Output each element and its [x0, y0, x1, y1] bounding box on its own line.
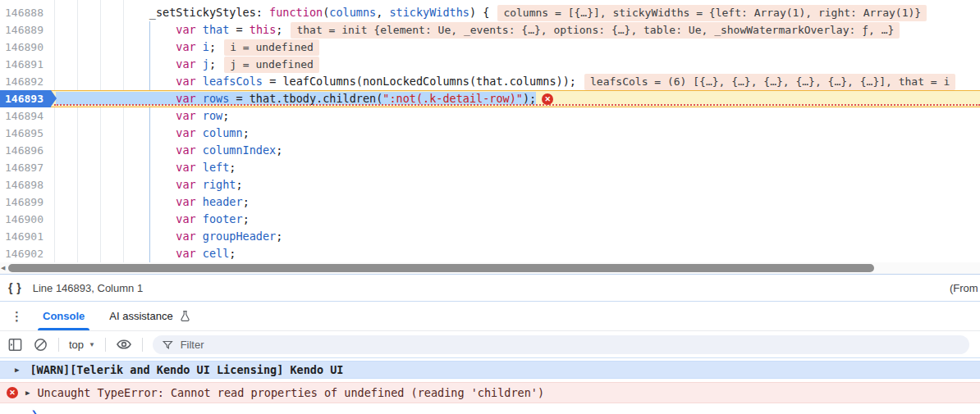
console-messages: ▶ [WARN][Telerik and Kendo UI Licensing]…: [0, 358, 980, 414]
expand-triangle-icon[interactable]: ▶: [25, 389, 30, 397]
source-editor[interactable]: 146887146888 _setStickyStyles: function(…: [0, 0, 980, 262]
code-line: 146894 var row;: [0, 107, 980, 125]
clear-console-icon: [33, 337, 48, 353]
horizontal-scrollbar[interactable]: ◀: [0, 262, 980, 274]
code-line: 146896 var columnIndex;: [0, 142, 980, 159]
console-prompt[interactable]: ❯: [31, 407, 980, 414]
tab-ai-label: AI assistance: [109, 310, 172, 322]
console-toolbar: top ▼: [0, 331, 980, 358]
code-line: 146898 var right;: [0, 176, 980, 193]
code-line: 146901 var groupHeader;: [0, 228, 980, 245]
line-number[interactable]: 146899: [0, 193, 51, 211]
code-line-content[interactable]: var i;i = undefined: [51, 39, 980, 56]
code-line: 146892 var leafsCols = leafColumns(nonLo…: [0, 73, 980, 90]
clear-console-button[interactable]: [33, 337, 48, 353]
error-icon: ✕: [7, 387, 18, 398]
cursor-position: Line 146893, Column 1: [33, 282, 143, 294]
code-line: 146888 _setStickyStyles: function(column…: [0, 4, 980, 21]
console-message-warning[interactable]: ▶ [WARN][Telerik and Kendo UI Licensing]…: [0, 361, 980, 379]
line-number[interactable]: 146895: [0, 125, 51, 142]
execution-line-badge[interactable]: 146893: [0, 90, 51, 107]
inline-value-annotation: leafsCols = (6) [{…}, {…}, {…}, {…}, {…}…: [584, 74, 955, 90]
devtools-sources-panel: 146887146888 _setStickyStyles: function(…: [0, 0, 980, 414]
code-line: 146893 var rows = that.tbody.children(":…: [0, 90, 980, 107]
code-line: 146902 var cell;: [0, 245, 980, 262]
editor-status-bar: { } Line 146893, Column 1 (From: [0, 274, 980, 302]
line-number[interactable]: 146896: [0, 142, 51, 159]
console-message-text: [WARN][Telerik and Kendo UI Licensing] K…: [30, 363, 343, 376]
code-line-content[interactable]: var cell;: [51, 245, 980, 262]
code-line: 146897 var left;: [0, 159, 980, 176]
scroll-left-arrow-icon[interactable]: ◀: [1, 265, 5, 271]
line-number[interactable]: 146892: [0, 73, 51, 90]
code-line-content[interactable]: var leafsCols = leafColumns(nonLockedCol…: [51, 73, 980, 90]
line-number[interactable]: 146901: [0, 228, 51, 245]
code-line-content[interactable]: var row;: [51, 107, 980, 125]
code-line: 146900 var footer;: [0, 211, 980, 228]
line-number[interactable]: 146900: [0, 211, 51, 228]
code-line-content[interactable]: var rows = that.tbody.children(":not(.k-…: [51, 90, 980, 107]
tab-console-label: Console: [43, 310, 85, 322]
line-number[interactable]: 146894: [0, 107, 51, 125]
toolbar-divider: [58, 338, 59, 352]
filter-funnel-icon: [162, 339, 174, 351]
filter-input[interactable]: [181, 339, 960, 351]
drawer-menu-icon[interactable]: ⋮: [0, 309, 35, 324]
line-number[interactable]: 146898: [0, 176, 51, 193]
line-number[interactable]: 146890: [0, 39, 51, 56]
console-sidebar-icon: [7, 337, 23, 353]
expand-triangle-icon[interactable]: ▶: [15, 366, 19, 374]
live-expression-button[interactable]: [116, 336, 132, 353]
code-line-content[interactable]: var columnIndex;: [51, 142, 980, 159]
code-line-content[interactable]: var right;: [51, 176, 980, 193]
line-number[interactable]: 146897: [0, 159, 51, 176]
eye-icon: [116, 336, 132, 353]
source-origin-label: (From: [950, 282, 978, 294]
code-line-content[interactable]: _setStickyStyles: function(columns, stic…: [51, 4, 980, 21]
code-line-content[interactable]: var that = this;that = init {element: Ue…: [51, 21, 980, 39]
inline-value-annotation: i = undefined: [224, 39, 319, 56]
code-line-content[interactable]: var groupHeader;: [51, 228, 980, 245]
code-line: 146899 var header;: [0, 193, 980, 211]
inline-value-annotation: that = init {element: Ue, _events: {…}, …: [291, 22, 900, 39]
code-line: 146895 var column;: [0, 125, 980, 142]
pretty-print-icon[interactable]: { }: [8, 281, 22, 294]
inline-value-annotation: columns = [{…}], stickyWidths = {left: A…: [497, 5, 927, 21]
error-icon: ✕: [542, 93, 553, 105]
console-message-error[interactable]: ✕ ▶ Uncaught TypeError: Cannot read prop…: [0, 382, 980, 403]
line-number[interactable]: 146889: [0, 21, 51, 39]
code-line-content[interactable]: var left;: [51, 159, 980, 176]
line-number[interactable]: 146888: [0, 4, 51, 21]
code-line: 146889 var that = this;that = init {elem…: [0, 21, 980, 39]
inline-value-annotation: j = undefined: [224, 57, 319, 73]
chevron-down-icon: ▼: [89, 341, 95, 348]
code-lines: 146887146888 _setStickyStyles: function(…: [0, 0, 980, 262]
experiment-flask-icon: [179, 310, 191, 322]
javascript-context-selector[interactable]: top ▼: [69, 339, 95, 351]
prompt-chevron-icon: ❯: [31, 407, 38, 414]
toolbar-divider: [142, 338, 143, 352]
tab-console[interactable]: Console: [35, 302, 92, 330]
drawer-tab-bar: ⋮ Console AI assistance: [0, 302, 980, 331]
console-message-text: Uncaught TypeError: Cannot read properti…: [37, 386, 544, 399]
toolbar-divider: [105, 338, 106, 352]
line-number[interactable]: 146891: [0, 56, 51, 73]
scrollbar-thumb[interactable]: [8, 264, 874, 272]
context-label: top: [69, 339, 84, 351]
line-number[interactable]: 146902: [0, 245, 51, 262]
console-filter[interactable]: [153, 335, 969, 354]
code-line: 146890 var i;i = undefined: [0, 39, 980, 56]
code-line-content[interactable]: var j;j = undefined: [51, 56, 980, 73]
code-line-content[interactable]: var footer;: [51, 211, 980, 228]
code-line-content[interactable]: var column;: [51, 125, 980, 142]
tab-ai-assistance[interactable]: AI assistance: [102, 302, 198, 330]
console-sidebar-button[interactable]: [7, 337, 23, 353]
code-line: 146891 var j;j = undefined: [0, 56, 980, 73]
code-line-content[interactable]: var header;: [51, 193, 980, 211]
